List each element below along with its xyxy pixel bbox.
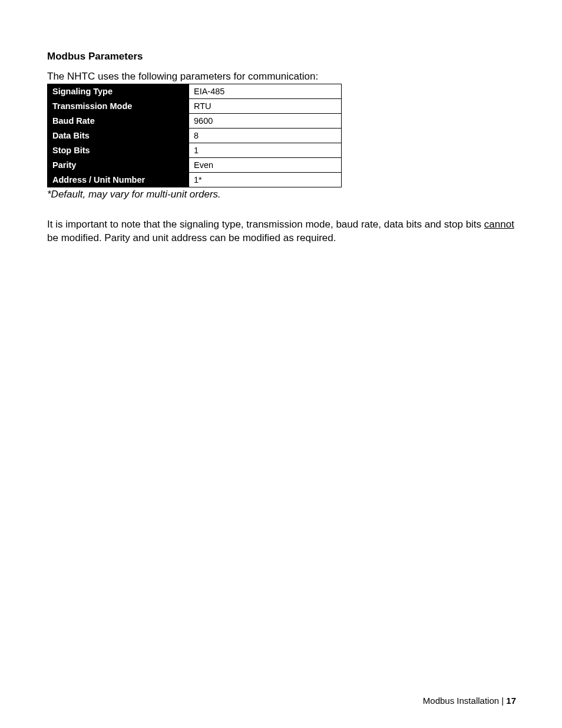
footer-section: Modbus Installation: [423, 696, 499, 706]
section-title: Modbus Parameters: [47, 51, 516, 62]
param-label: Parity: [48, 158, 189, 173]
param-value: RTU: [189, 99, 342, 114]
table-row: Signaling Type EIA-485: [48, 84, 342, 99]
parameters-table: Signaling Type EIA-485 Transmission Mode…: [47, 84, 342, 187]
paragraph-text-post: be modified. Parity and unit address can…: [47, 232, 336, 243]
param-value: 1*: [189, 173, 342, 187]
body-paragraph: It is important to note that the signali…: [47, 218, 516, 245]
footer-page-number: 17: [506, 696, 516, 706]
table-row: Address / Unit Number 1*: [48, 173, 342, 187]
param-value: EIA-485: [189, 84, 342, 99]
page-footer: Modbus Installation | 17: [423, 696, 516, 706]
table-footnote: *Default, may vary for multi-unit orders…: [47, 189, 516, 200]
param-value: 8: [189, 129, 342, 143]
table-row: Transmission Mode RTU: [48, 99, 342, 114]
param-value: Even: [189, 158, 342, 173]
table-row: Stop Bits 1: [48, 143, 342, 158]
param-label: Data Bits: [48, 129, 189, 143]
footer-separator: |: [499, 696, 506, 706]
param-label: Signaling Type: [48, 84, 189, 99]
param-label: Stop Bits: [48, 143, 189, 158]
intro-text: The NHTC uses the following parameters f…: [47, 71, 516, 83]
table-row: Parity Even: [48, 158, 342, 173]
paragraph-text-pre: It is important to note that the signali…: [47, 219, 484, 230]
table-row: Data Bits 8: [48, 129, 342, 143]
paragraph-text-underline: cannot: [484, 219, 514, 230]
param-value: 9600: [189, 114, 342, 129]
param-label: Address / Unit Number: [48, 173, 189, 187]
param-label: Baud Rate: [48, 114, 189, 129]
param-value: 1: [189, 143, 342, 158]
table-row: Baud Rate 9600: [48, 114, 342, 129]
param-label: Transmission Mode: [48, 99, 189, 114]
